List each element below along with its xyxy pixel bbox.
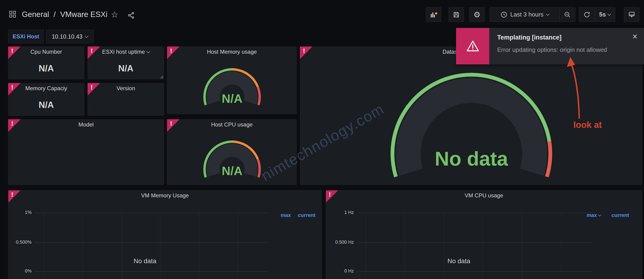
breadcrumb-dashboard-title[interactable]: VMware ESXi [60,10,108,19]
refresh-icon [583,11,590,18]
monitor-icon [628,11,636,18]
panel-error-corner[interactable] [88,83,100,96]
stat-value: N/A [8,100,84,110]
panel-vm-memory-usage: ! VM Memory Usage 1% 0.500% 0% No data m… [8,190,322,279]
panel-title[interactable]: Host CPU usage [167,121,296,128]
grafana-dashboard: General / VMware ESXi ☆ [0,0,644,279]
clock-icon [500,11,508,18]
variable-value-dropdown[interactable]: 10.10.10.43 [46,30,94,43]
panel-title[interactable]: Model [8,121,164,128]
chart-no-data-text: No data [120,257,170,265]
legend-item-max[interactable]: max [586,212,601,218]
y-axis-tick: 1 Hz [326,210,354,215]
zoom-out-button[interactable] [560,8,575,22]
chart-no-data-text: No data [433,257,484,265]
refresh-group: 5s [579,7,615,22]
breadcrumb: General / VMware ESXi [22,10,107,19]
toast-title: Templating [instance] [497,34,637,41]
save-icon [453,11,460,18]
panel-error-corner[interactable] [8,83,21,96]
y-axis-tick: 1% [8,210,32,215]
panel-error-corner[interactable] [8,47,21,59]
refresh-interval-label: 5s [599,11,606,18]
error-toast: Templating [instance] Error updating opt… [456,28,644,64]
cycle-view-mode-button[interactable] [624,7,639,22]
panel-title[interactable]: VM Memory Usage [8,192,322,199]
legend-item-max[interactable]: max [281,212,291,218]
panel-error-corner[interactable] [167,119,180,132]
breadcrumb-separator: / [54,10,56,19]
panel-resize-handle[interactable] [160,75,163,78]
panel-title[interactable]: VM CPU usage [326,192,642,199]
host-memory-gauge: N/A [203,68,261,126]
panel-title[interactable]: Host Memory usage [167,49,296,55]
navbar: General / VMware ESXi ☆ [0,0,644,26]
toast-severity-strip [456,28,489,64]
dashboards-grid-icon[interactable] [9,11,16,18]
panel-memory-capacity: ! Memory Capaciy N/A [8,83,84,116]
stat-value: N/A [88,64,164,74]
y-axis-tick: 0.500 Hz [326,239,354,245]
panel-error-corner[interactable] [8,119,21,132]
panel-error-corner[interactable] [8,190,21,203]
stat-value: N/A [8,64,84,74]
chevron-down-icon [546,12,550,16]
refresh-interval-picker[interactable]: 5s [595,8,615,22]
panel-version: ! Version [88,83,164,116]
panel-error-corner[interactable] [326,190,338,203]
time-range-group: Last 3 hours [490,7,575,22]
gauge-value: No data [390,147,552,170]
panel-vm-cpu-usage: ! VM CPU usage 1 Hz 0.500 Hz 0 Hz No dat… [326,190,642,279]
legend-item-current[interactable]: current [612,212,629,218]
panel-host-memory-usage: ! Host Memory usage N/A [167,47,297,114]
y-axis-tick: 0 Hz [326,268,354,274]
warning-triangle-icon [466,39,480,53]
time-range-label: Last 3 hours [510,11,544,18]
panel-cpu-number: ! Cpu Number N/A [8,47,84,79]
panel-esxi-host-uptime: ! ESXi host uptime N/A [88,47,164,79]
host-cpu-gauge: N/A [203,140,261,198]
save-dashboard-button[interactable] [448,7,464,22]
gear-icon: ⚙ [474,11,480,19]
gauge-value: N/A [203,164,261,178]
zoom-out-icon [564,11,571,18]
y-axis-tick: 0.500% [8,239,32,245]
variable-label-text: ESXi Host [12,33,39,40]
add-panel-icon [430,11,437,18]
panel-error-corner[interactable] [300,47,312,59]
variable-label-esxi-host[interactable]: ESXi Host [8,30,44,43]
panel-menu-chevron-icon[interactable] [146,50,150,53]
panel-model: ! Model [8,119,164,185]
panel-error-corner[interactable] [88,47,100,59]
star-icon[interactable]: ☆ [111,10,118,19]
dashboard-settings-button[interactable]: ⚙ [469,7,485,22]
sort-chevron-icon [598,213,601,216]
toast-message: Error updating options: origin not allow… [497,46,637,54]
share-icon[interactable] [127,12,135,20]
panel-error-corner[interactable] [167,47,180,59]
add-panel-button[interactable] [426,7,441,22]
legend-item-current[interactable]: current [298,212,316,218]
toast-close-icon[interactable]: × [632,32,638,41]
gauge-value: N/A [203,92,261,106]
breadcrumb-folder[interactable]: General [22,10,49,19]
chevron-down-icon [608,12,611,16]
time-range-picker[interactable]: Last 3 hours [490,8,560,22]
annotation-arrow [558,56,597,123]
refresh-button[interactable] [579,8,595,22]
chevron-down-icon [85,34,88,38]
y-axis-tick: 0% [8,268,32,274]
variable-value-text: 10.10.10.43 [52,33,82,40]
